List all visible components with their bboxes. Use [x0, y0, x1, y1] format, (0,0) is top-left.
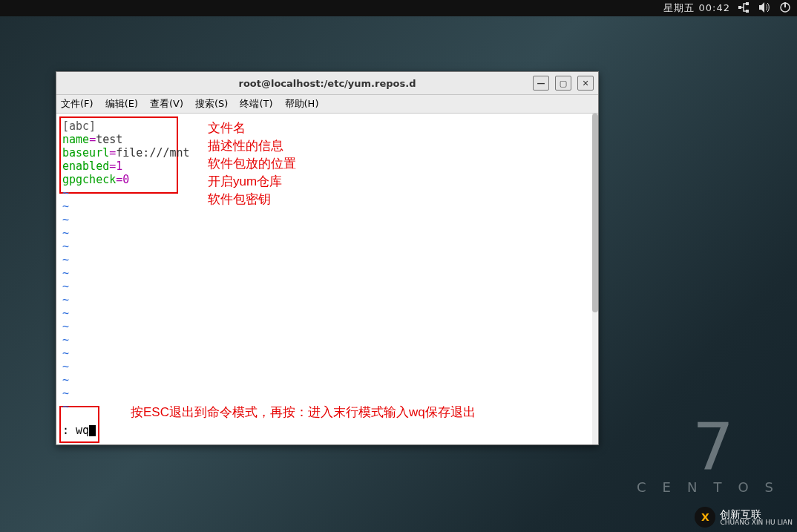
cmd-text: wq [76, 424, 89, 437]
power-icon[interactable] [779, 1, 791, 16]
svg-rect-1 [746, 2, 749, 5]
minimize-button[interactable]: — [533, 76, 549, 91]
menubar: 文件(F) 编辑(E) 查看(V) 搜索(S) 终端(T) 帮助(H) [56, 95, 598, 114]
menu-help[interactable]: 帮助(H) [285, 97, 319, 111]
watermark: X 创新互联 CHUANG XIN HU LIAN [695, 507, 793, 528]
repo-gpg-val: 0 [122, 173, 129, 186]
repo-name-val: test [96, 133, 122, 146]
vim-tilde-column: ~ ~ ~ ~ ~ ~ ~ ~ ~ ~ ~ ~ ~ ~ ~ ~ ~ [62, 186, 69, 413]
terminal-body[interactable]: [abc] name=test baseurl=file:///mnt enab… [56, 114, 598, 444]
close-button[interactable]: ✕ [577, 76, 594, 91]
centos-version: 7 [637, 409, 790, 485]
desktop: 星期五 00:42 7 CENTOS X 创新互联 CHUANG XIN HU … [0, 0, 797, 532]
top-panel: 星期五 00:42 [0, 0, 797, 16]
annot-1: 文件名 [208, 121, 246, 135]
sound-icon[interactable] [758, 1, 770, 16]
repo-baseurl-key: baseurl [62, 146, 109, 160]
cmd-prompt: : [62, 424, 69, 437]
annot-3: 软件包放的位置 [208, 157, 296, 171]
window-title: root@localhost:/etc/yum.repos.d [238, 78, 416, 89]
annot-4: 开启yum仓库 [208, 174, 282, 188]
watermark-logo: X [695, 507, 715, 528]
menu-search[interactable]: 搜索(S) [195, 97, 228, 111]
vim-command-line[interactable]: : wq [62, 424, 96, 437]
repo-file-content: [abc] name=test baseurl=file:///mnt enab… [62, 119, 190, 186]
svg-marker-3 [759, 2, 764, 13]
centos-branding: 7 CENTOS [637, 409, 790, 495]
text-cursor [89, 425, 96, 436]
network-icon[interactable] [738, 1, 750, 16]
centos-label: CENTOS [637, 479, 790, 495]
repo-baseurl-val: file:///mnt [116, 146, 189, 160]
svg-rect-2 [746, 10, 749, 13]
watermark-main: 创新互联 [720, 509, 793, 519]
terminal-window: root@localhost:/etc/yum.repos.d — ▢ ✕ 文件… [56, 71, 599, 445]
clock-label: 星期五 00:42 [663, 1, 730, 15]
menu-terminal[interactable]: 终端(T) [240, 97, 272, 111]
system-tray [738, 1, 791, 16]
menu-file[interactable]: 文件(F) [61, 97, 94, 111]
annot-5: 软件包密钥 [208, 192, 271, 206]
terminal-scrollbar[interactable] [592, 114, 598, 444]
menu-view[interactable]: 查看(V) [150, 97, 183, 111]
repo-gpg-key: gpgcheck [62, 173, 116, 186]
menu-edit[interactable]: 编辑(E) [105, 97, 138, 111]
repo-name-key: name [62, 133, 89, 146]
scrollbar-thumb[interactable] [592, 114, 598, 312]
maximize-button[interactable]: ▢ [555, 76, 571, 91]
watermark-sub: CHUANG XIN HU LIAN [720, 519, 793, 526]
annotation-bottom-note: 按ESC退出到命令模式，再按：进入末行模式输入wq保存退出 [131, 406, 476, 419]
annotation-list: 文件名 描述性的信息 软件包放的位置 开启yum仓库 软件包密钥 [208, 119, 296, 208]
repo-enabled-val: 1 [116, 160, 122, 173]
repo-enabled-key: enabled [62, 160, 109, 173]
window-titlebar[interactable]: root@localhost:/etc/yum.repos.d — ▢ ✕ [56, 72, 598, 95]
annot-2: 描述性的信息 [208, 139, 283, 153]
svg-rect-0 [738, 6, 741, 9]
repo-section: [abc] [62, 119, 96, 133]
